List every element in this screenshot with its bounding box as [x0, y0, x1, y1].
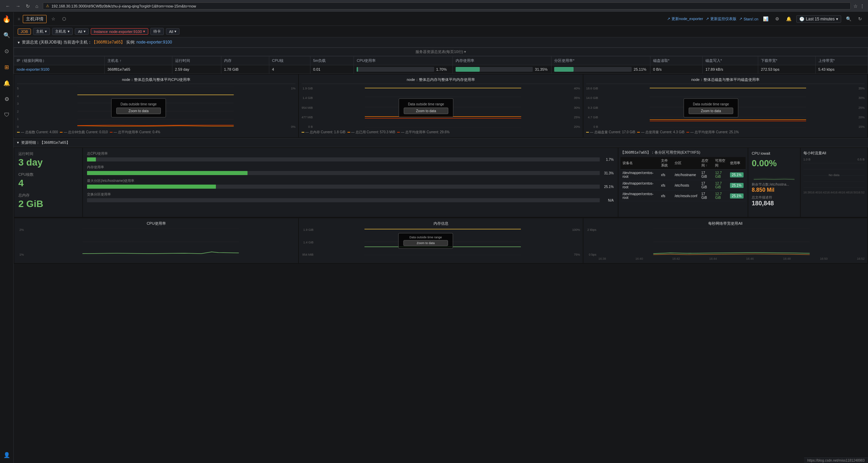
memory-chart-panel: node：整体总内存与整体平均内存使用率 1.9 GiB1.4 GiB954 M… — [299, 74, 583, 137]
disk-chart-title: node：整体总磁盘与整体平均磁盘使用率 — [586, 77, 865, 84]
sidebar-search[interactable]: 🔍 — [1, 30, 12, 40]
col-net-down[interactable]: 下载带宽* — [758, 56, 815, 65]
sidebar-compass[interactable]: ⊙ — [2, 46, 11, 56]
mem-bar-row: 31.3% — [87, 171, 614, 175]
disk-chart-panel: node：整体总磁盘与整体平均磁盘使用率 18.6 GiB14.0 GiB9.3… — [583, 74, 867, 137]
update-dashboard-link[interactable]: ↗ 更新监控仪表版 — [706, 16, 736, 21]
disk-table-body: /dev/mapper/centos-root xfs /etc/hostnam… — [620, 170, 746, 201]
time-range-selector[interactable]: 🕐 Last 15 minutes ▾ — [796, 15, 841, 23]
browser-nav[interactable]: ← → ↻ ⌂ — [3, 3, 40, 10]
share-button[interactable]: ⬡ — [60, 15, 68, 22]
disk-total-3: 17 GiB — [699, 191, 713, 201]
top-charts-grid: node：整体总负载与整体平均CPU使用率 543210 — [14, 74, 868, 138]
notification-button[interactable]: 🔔 — [784, 15, 794, 22]
sidebar: 🔥 🔍 ⊙ ⊞ 🔔 ⚙ 🛡 👤 — [0, 12, 14, 463]
host-filter[interactable]: 主机 ▾ — [33, 28, 50, 35]
update-node-exporter-link[interactable]: ↗ 更新node_exporter — [667, 16, 703, 21]
sidebar-bell[interactable]: 🔔 — [1, 78, 12, 88]
hourly-x-labels: 16:3816:4016:4216:4416:4616:4816:5016:52 — [803, 191, 865, 194]
zoom-out-button[interactable]: 🔍 — [844, 15, 853, 22]
disk-col-free: 可用空间 — [713, 157, 728, 170]
col-disk-pct[interactable]: 分区使用率* — [551, 56, 650, 65]
col-cpu-cores[interactable]: CPU核 — [269, 56, 310, 65]
all1-filter[interactable]: All ▾ — [75, 28, 88, 35]
net-bottom-svg — [598, 228, 865, 255]
settings-button[interactable]: ⚙ — [773, 15, 781, 22]
iowait-value: 0.00% — [752, 158, 797, 169]
chart1-area: Data outside time range Zoom to data 16:… — [25, 87, 286, 128]
cpu-bar-row: 1.7% — [87, 157, 614, 161]
col-hostname[interactable]: 主机名 ↑ — [104, 56, 172, 65]
col-ip[interactable]: IP（链接到网络） — [14, 56, 105, 65]
col-mem-pct[interactable]: 内存使用率 — [453, 56, 551, 65]
refresh-button[interactable]: ↻ — [24, 3, 32, 10]
uptime-label: 运行时间 — [18, 151, 78, 156]
all2-filter[interactable]: All ▾ — [166, 28, 180, 35]
sidebar-shield[interactable]: 🛡 — [2, 110, 12, 120]
section2-title: 资源明细：【366ff81e7a65】 — [21, 140, 70, 145]
back-button[interactable]: ← — [3, 3, 12, 10]
svg-text:No data: No data — [829, 173, 839, 177]
col-cpu-pct[interactable]: CPU使用率 — [354, 56, 453, 65]
disk-row-3: /dev/mapper/centos-root xfs /etc/resolv.… — [620, 191, 746, 201]
col-net-up[interactable]: 上传带宽* — [815, 56, 868, 65]
address-bar[interactable]: ⚠ 192.168.30.135:3000/d/9CWBz0blk/zhu-ji… — [43, 2, 851, 10]
iowait-fd-label: 总文件描述符 — [752, 195, 797, 200]
cell-cpu-cores: 4 — [269, 65, 310, 74]
menu-button[interactable]: ⋮ — [860, 3, 865, 9]
sidebar-user[interactable]: 👤 — [1, 450, 12, 460]
star-page-button[interactable]: ☆ — [49, 15, 57, 22]
browser-bar: ← → ↻ ⌂ ⚠ 192.168.30.135:3000/d/9CWBz0bl… — [0, 0, 868, 12]
disk-fs-1: xfs — [659, 170, 673, 180]
svg-text:Zoom to data: Zoom to data — [416, 241, 435, 245]
chart1-legend: — 总核数 Current: 4.000 — 总分钟负载 Current: 0.… — [17, 130, 295, 135]
sidebar-grid[interactable]: ⊞ — [2, 62, 11, 72]
hostname-filter[interactable]: 主机名 ▾ — [52, 28, 73, 35]
total-memory-block: 总内存 2 GiB — [18, 193, 78, 209]
chart3-y2-axis: 35%30%25%20%15% — [856, 87, 865, 128]
refresh-dashboard-button[interactable]: ↻ — [856, 15, 864, 22]
bottom-charts: CPU使用率 2% 1% — [14, 218, 868, 264]
col-memory[interactable]: 内存 — [221, 56, 269, 65]
disk-table-panel: 【366ff81e7a65】：各分区可用空间(EXT*/XFS) 设备名 文件系… — [618, 148, 748, 217]
ip-link[interactable]: node-exporter:9100 — [17, 67, 49, 71]
total-memory-value: 2 GiB — [18, 199, 78, 209]
disk-col-total: 总空间 ↑ — [699, 157, 713, 170]
col-disk-read[interactable]: 磁盘读取* — [650, 56, 702, 65]
stars-cn-link[interactable]: ↗ Stars!.cn — [739, 17, 758, 21]
sidebar-gear[interactable]: ⚙ — [2, 94, 11, 104]
swap-bar-row: N/A — [87, 198, 614, 202]
waiting-filter[interactable]: 待卡 — [150, 28, 164, 35]
instance-filter[interactable]: Instance node-exporter:9100 ▾ — [91, 28, 149, 35]
table-header-bar[interactable]: 服务器资源总览表(每页10行) ▾ — [14, 48, 868, 56]
col-disk-write[interactable]: 磁盘写入* — [703, 56, 758, 65]
chart1-svg: Data outside time range Zoom to data 16:… — [25, 87, 286, 127]
col-uptime[interactable]: 运行时间 — [172, 56, 221, 65]
iowait-section: CPU iowait 0.00% 剩余节点数:/etc/hostna... 8.… — [748, 148, 867, 217]
disk-fs-3: xfs — [659, 191, 673, 201]
disk-partition-1: /etc/hostname — [673, 170, 699, 180]
filter-bar: JOB 主机 ▾ 主机名 ▾ All ▾ Instance node-expor… — [14, 26, 868, 37]
job-filter[interactable]: JOB — [18, 29, 31, 35]
cell-memory: 1.78 GiB — [221, 65, 269, 74]
uptime-block: 运行时间 3 day — [18, 151, 78, 168]
cpu-y-labels: 2% 1% — [17, 228, 24, 256]
browser-actions[interactable]: ☆ ⋮ — [853, 3, 865, 9]
cpu-bottom-title: CPU使用率 — [17, 221, 295, 226]
page-title: 主机详情 — [26, 16, 44, 21]
disk-free-1: 12.7 GiB — [713, 170, 728, 180]
toolbar: ≡ 主机详情 ☆ ⬡ ↗ 更新node_exporter ↗ 更新监控仪表版 ↗… — [14, 12, 868, 26]
table-body: node-exporter:9100 366ff81e7a65 2.59 day… — [14, 65, 868, 74]
home-button[interactable]: ⌂ — [33, 3, 40, 10]
forward-button[interactable]: → — [14, 3, 22, 10]
disk-total-2: 17 GiB — [699, 180, 713, 191]
section2-header[interactable]: ▾ 资源明细：【366ff81e7a65】 — [14, 138, 868, 147]
network-bottom-title: 每秒网络带宽使用All — [586, 221, 865, 226]
chart2-y2-axis: 40%35%30%25%20% — [572, 87, 580, 128]
col-load[interactable]: 5m负载 — [310, 56, 354, 65]
hourly-y-labels: 1.0 B 0.5 B — [803, 158, 865, 161]
chart-mode-button[interactable]: 📊 — [761, 15, 770, 22]
section2-collapse-icon: ▾ — [17, 140, 19, 145]
section1-header[interactable]: ▾ 资源总览 (关联JOB项) 当前选中主机：【366ff81e7a65】 实例… — [14, 37, 868, 48]
star-button[interactable]: ☆ — [853, 3, 858, 9]
